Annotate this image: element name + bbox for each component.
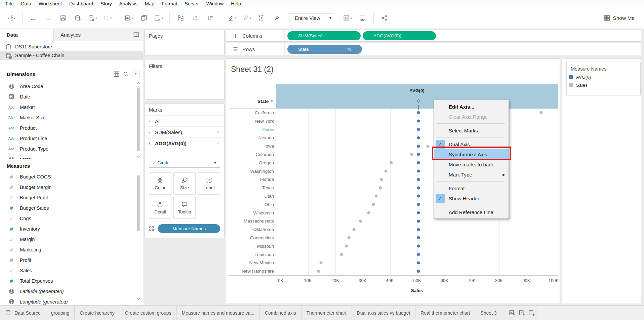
field-product-type[interactable]: AbcProduct Type (0, 144, 143, 154)
row-header-new-mexico[interactable]: New Mexico (226, 258, 274, 267)
scrollbar-thumb[interactable] (137, 88, 140, 151)
pause-auto-updates-button[interactable]: ▾ (87, 12, 97, 24)
row-header-utah[interactable]: Utah (226, 192, 274, 200)
row-header-wisconsin[interactable]: Wisconsin (226, 209, 274, 217)
sheet-tab-create-hierarchy[interactable]: Create hierarchy (75, 306, 120, 320)
show-me-button[interactable]: Show Me (604, 15, 640, 21)
rows-shelf[interactable]: Rows State (226, 43, 641, 55)
sheet-tab-thermometer-chart[interactable]: Thermometer chart (301, 306, 352, 320)
chevron-up-icon[interactable]: ∧ (148, 142, 155, 145)
row-header-nevada[interactable]: Nevada (226, 133, 274, 142)
avg0-mark-wisconsin[interactable] (417, 211, 420, 214)
sheet-tab-create-custom-groups[interactable]: Create custom groups (120, 306, 177, 320)
avg0-mark-iowa[interactable] (417, 145, 420, 148)
row-header-washington[interactable]: Washington (226, 167, 274, 175)
chevron-down-icon[interactable]: ▾ (110, 16, 112, 20)
x-axis-title[interactable]: Sales (276, 288, 558, 293)
menu-item-select-marks[interactable]: Select Marks (434, 125, 509, 135)
field-profit[interactable]: #Profit (0, 255, 143, 265)
avg0-mark-new-york[interactable] (417, 120, 420, 123)
row-header-louisiana[interactable]: Louisiana (226, 250, 274, 259)
menu-worksheet[interactable]: Worksheet (35, 0, 66, 7)
row-header-california[interactable]: California (226, 109, 274, 117)
chevron-down-icon[interactable]: ∨ (148, 119, 155, 123)
size-button[interactable]: Size (173, 172, 196, 195)
row-header-new-york[interactable]: New York (226, 117, 274, 125)
sales-mark-washington[interactable] (384, 170, 387, 173)
sales-mark-oregon[interactable] (390, 161, 393, 164)
field-budget-profit[interactable]: #Budget Profit (0, 192, 143, 203)
row-header-new-hampshire[interactable]: New Hampshire (226, 267, 274, 275)
avg0-mark-illinois[interactable] (417, 128, 420, 131)
avg0-mark-new-hampshire[interactable] (417, 270, 420, 273)
row-header-oklahoma[interactable]: Oklahoma (226, 225, 274, 234)
avg0-mark-oklahoma[interactable] (417, 228, 420, 231)
duplicate-button[interactable] (139, 12, 149, 24)
marks-card-row-all[interactable]: ∨ All (145, 115, 224, 126)
menu-server[interactable]: Server (181, 0, 203, 7)
field-cogs[interactable]: #Cogs (0, 213, 143, 224)
menu-help[interactable]: Help (227, 0, 245, 7)
label-button[interactable]: Label (198, 172, 220, 195)
menu-item-format-[interactable]: Format... (434, 183, 509, 193)
tab-analytics[interactable]: Analytics (54, 29, 143, 41)
measure-names-pill[interactable]: Measure Names (158, 224, 220, 233)
color-button[interactable]: Color (149, 172, 171, 195)
avg0-mark-california[interactable] (417, 111, 420, 114)
search-icon[interactable] (123, 71, 129, 77)
chevron-down-icon[interactable]: ▾ (235, 16, 237, 20)
pill-agg-avg-0-[interactable]: AGG(AVG(0)) (363, 31, 436, 40)
avg0-mark-florida[interactable] (417, 178, 420, 181)
pill-state[interactable]: State (287, 45, 362, 54)
field-inventory[interactable]: #Inventory (0, 224, 143, 234)
avg0-mark-louisiana[interactable] (417, 253, 420, 256)
sales-mark-wisconsin[interactable] (367, 211, 370, 214)
sheet-tab-dual-axis-sales-vs-budget[interactable]: Dual axis sales vs budget (352, 306, 416, 320)
row-header-florida[interactable]: Florida (226, 175, 274, 184)
top-axis-header-selected[interactable]: AVG(0) 0 (276, 84, 558, 109)
scrollbar-thumb[interactable] (137, 175, 140, 231)
field-product-line[interactable]: AbcProduct Line (0, 133, 143, 144)
new-worksheet-button[interactable] (508, 306, 517, 320)
avg0-mark-nevada[interactable] (417, 136, 420, 139)
sales-mark-iowa[interactable] (427, 145, 430, 148)
row-header-missouri[interactable]: Missouri (226, 242, 274, 250)
sales-mark-connecticut[interactable] (348, 236, 351, 239)
new-dashboard-button[interactable] (517, 306, 526, 320)
pages-shelf[interactable]: Pages (145, 30, 225, 56)
marks-card-row-agg-avg-0-[interactable]: ∧ AGG(AVG(0))○ (145, 137, 224, 149)
field-total-expenses[interactable]: #Total Expenses (0, 276, 143, 286)
avg0-mark-colorado[interactable] (417, 153, 420, 156)
menu-file[interactable]: File (2, 0, 17, 7)
field-state[interactable]: State (0, 154, 143, 159)
fix-axes-button[interactable] (271, 12, 281, 24)
avg0-mark-new-mexico[interactable] (417, 261, 420, 264)
sales-mark-ohio[interactable] (372, 203, 375, 206)
chevron-down-icon[interactable]: ▾ (351, 16, 352, 20)
sales-mark-new-hampshire[interactable] (317, 270, 320, 273)
sales-mark-california[interactable] (540, 111, 543, 114)
clear-sheet-button[interactable]: ▾ (154, 12, 164, 24)
highlight-button[interactable]: ▾ (227, 12, 237, 24)
row-header-connecticut[interactable]: Connecticut (226, 234, 274, 242)
sheet-tab-real-thermometer-chart[interactable]: Real thermometer chart (415, 306, 475, 320)
menu-item-add-reference-line[interactable]: Add Reference Line (434, 207, 509, 217)
start-page-button[interactable] (6, 12, 16, 24)
avg0-mark-utah[interactable] (417, 195, 420, 198)
menu-map[interactable]: Map (141, 0, 158, 7)
field-budget-margin[interactable]: #Budget Margin (0, 182, 143, 192)
sales-mark-utah[interactable] (375, 195, 378, 198)
sheet-tab-grouping[interactable]: grouping (46, 306, 75, 320)
legend-item-avg-0-[interactable]: AVG(0) (567, 75, 640, 80)
pill-sum-sales-[interactable]: SUM(Sales) (287, 31, 361, 40)
view-as-grid-icon[interactable] (113, 71, 120, 77)
sales-mark-new-mexico[interactable] (320, 261, 323, 264)
field-market[interactable]: AbcMarket (0, 102, 143, 112)
field-budget-sales[interactable]: #Budget Sales (0, 203, 143, 213)
chevron-down-icon[interactable]: ▾ (95, 16, 97, 20)
sort-descending-button[interactable] (205, 12, 215, 24)
row-header-oregon[interactable]: Oregon (226, 159, 274, 167)
sort-ascending-button[interactable] (190, 12, 200, 24)
share-workbook-button[interactable] (379, 12, 390, 24)
field-longitude-generated-[interactable]: Longitude (generated) (0, 296, 143, 305)
